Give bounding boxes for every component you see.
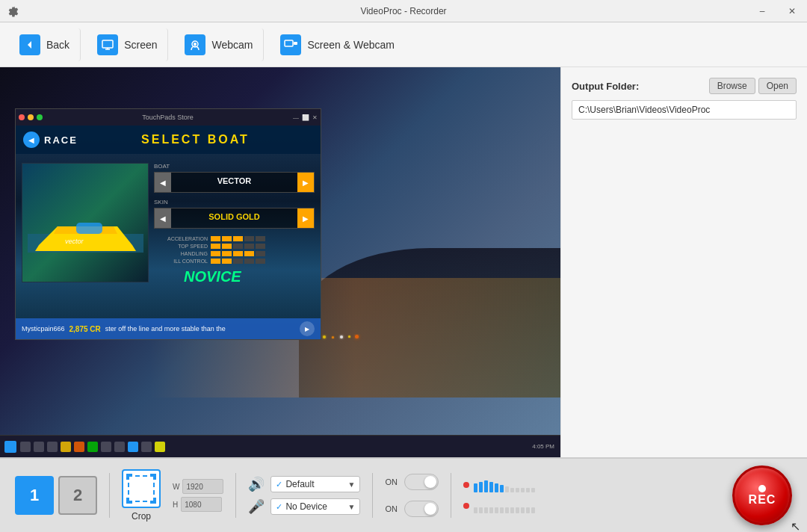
rec-label: REC — [749, 494, 776, 506]
crop-icon — [128, 475, 155, 502]
separator-3 — [372, 473, 373, 518]
crop-button[interactable] — [122, 469, 161, 508]
width-label: W — [173, 483, 179, 491]
browse-button[interactable]: Browse — [709, 78, 755, 94]
output-folder-section: Output Folder: Browse Open C:\Users\Bria… — [572, 78, 797, 120]
game-select-label: SELECT BOAT — [141, 133, 250, 146]
game-back-btn: ◀ — [23, 132, 40, 148]
game-boat-value: VECTOR — [171, 173, 297, 192]
game-description: ster off the line and more stable than t… — [105, 325, 295, 332]
settings-icon[interactable] — [6, 4, 19, 18]
separator-1 — [109, 473, 110, 518]
game-stat-handling: HANDLING — [154, 251, 208, 256]
volume-dot-1 — [463, 482, 469, 488]
mic-dropdown-arrow: ▼ — [348, 503, 356, 511]
nav-back[interactable]: Back — [9, 28, 81, 61]
game-play-btn[interactable]: ▶ — [300, 321, 315, 336]
mic-icon: 🎤 — [248, 498, 265, 515]
volume-section — [463, 477, 535, 513]
svg-text:vector: vector — [65, 238, 84, 245]
mic-row: 🎤 ✓ No Device ▼ — [248, 498, 360, 515]
svg-rect-6 — [294, 42, 297, 45]
minimize-button[interactable]: – — [747, 0, 777, 22]
volume-dot-2 — [463, 503, 469, 509]
height-label: H — [173, 501, 178, 509]
webcam-icon — [185, 34, 205, 55]
toggle-1-switch[interactable] — [404, 474, 439, 490]
crop-dimensions: W H — [173, 479, 223, 512]
game-stat-accel: ACCELERATION — [154, 236, 208, 241]
svg-rect-5 — [285, 40, 293, 46]
game-overlay: TouchPads Store —⬜✕ ◀ RACE SELECT BOAT — [15, 108, 321, 340]
preview-area: TouchPads Store —⬜✕ ◀ RACE SELECT BOAT — [0, 67, 560, 457]
audio-dropdown-arrow: ▼ — [348, 480, 356, 489]
toggle-1-knob — [424, 476, 436, 488]
mic-check-icon: ✓ — [276, 502, 282, 512]
game-stat-illcontrol: ILL CONTROL — [154, 259, 208, 264]
audio-nodevice-label: No Device — [285, 501, 344, 512]
nav-bar: Back Screen Webcam Screen & Webcam — [0, 22, 807, 67]
nav-webcam[interactable]: Webcam — [174, 28, 264, 61]
monitor-2-button[interactable]: 2 — [58, 476, 97, 515]
speaker-icon: 🔊 — [248, 476, 265, 492]
taskbar: 4:05 PM — [0, 435, 560, 457]
game-badge: NOVICE — [184, 268, 315, 285]
screen-icon — [97, 34, 118, 55]
rec-dot-icon — [758, 485, 766, 492]
svg-rect-10 — [76, 223, 102, 234]
game-skin-value: SOLID GOLD — [171, 208, 297, 228]
rec-button[interactable]: REC ↖ — [732, 466, 792, 525]
app-title: VideoProc - Recorder — [360, 6, 446, 16]
nav-screen-webcam[interactable]: Screen & Webcam — [270, 28, 404, 61]
close-button[interactable]: ✕ — [777, 0, 807, 22]
audio-check-icon: ✓ — [276, 480, 282, 489]
game-race-label: RACE — [44, 134, 78, 146]
audio-section: 🔊 ✓ Default ▼ 🎤 ✓ No Device ▼ — [248, 476, 360, 515]
controls-bar: 1 2 Crop W H 🔊 ✓ — [0, 457, 807, 532]
separator-2 — [235, 473, 236, 518]
width-row: W — [173, 479, 223, 494]
toggle-1-label: ON — [385, 477, 400, 486]
height-row: H — [173, 497, 223, 512]
volume-bars-1 — [474, 477, 535, 492]
monitor-group: 1 2 — [15, 476, 97, 515]
game-stat-speed: TOP SPEED — [154, 244, 208, 249]
nav-screen-label: Screen — [124, 39, 157, 51]
output-btn-group: Browse Open — [709, 78, 797, 94]
toggle-2-knob — [424, 503, 436, 515]
cursor-indicator: ↖ — [791, 519, 800, 532]
toggle-2-label: ON — [385, 504, 400, 513]
speaker-row: 🔊 ✓ Default ▼ — [248, 476, 360, 492]
game-boat-label: BOAT — [154, 163, 315, 170]
toggle-row-1: ON — [385, 474, 439, 490]
toggle-row-2: ON — [385, 501, 439, 517]
window-controls: – ✕ — [747, 0, 807, 22]
height-input[interactable] — [181, 497, 222, 512]
title-bar: VideoProc - Recorder – ✕ — [0, 0, 807, 22]
crop-section: Crop — [122, 469, 161, 522]
output-folder-header: Output Folder: Browse Open — [572, 78, 797, 94]
width-input[interactable] — [182, 479, 223, 494]
output-path: C:\Users\Brian\Videos\VideoProc — [572, 100, 797, 120]
toggle-2-switch[interactable] — [404, 501, 439, 517]
game-cr: 2,875 CR — [69, 325, 101, 333]
open-button[interactable]: Open — [758, 78, 797, 94]
audio-default-dropdown[interactable]: ✓ Default ▼ — [270, 476, 360, 492]
monitor-1-button[interactable]: 1 — [15, 476, 54, 515]
back-icon — [19, 34, 40, 55]
svg-point-4 — [194, 43, 197, 46]
audio-nodevice-dropdown[interactable]: ✓ No Device ▼ — [270, 498, 360, 515]
main-content: TouchPads Store —⬜✕ ◀ RACE SELECT BOAT — [0, 67, 807, 457]
nav-webcam-label: Webcam — [211, 39, 253, 51]
preview-background: TouchPads Store —⬜✕ ◀ RACE SELECT BOAT — [0, 67, 560, 457]
game-username: Mysticpain666 — [22, 325, 65, 332]
nav-back-label: Back — [46, 39, 69, 51]
separator-4 — [451, 473, 451, 518]
volume-meter-2 — [463, 498, 535, 513]
toggle-section: ON ON — [385, 474, 439, 517]
game-skin-label: SKIN — [154, 199, 315, 205]
svg-rect-0 — [102, 40, 113, 48]
nav-screen[interactable]: Screen — [87, 28, 168, 61]
crop-label: Crop — [132, 511, 151, 522]
volume-bars-2 — [474, 498, 535, 513]
